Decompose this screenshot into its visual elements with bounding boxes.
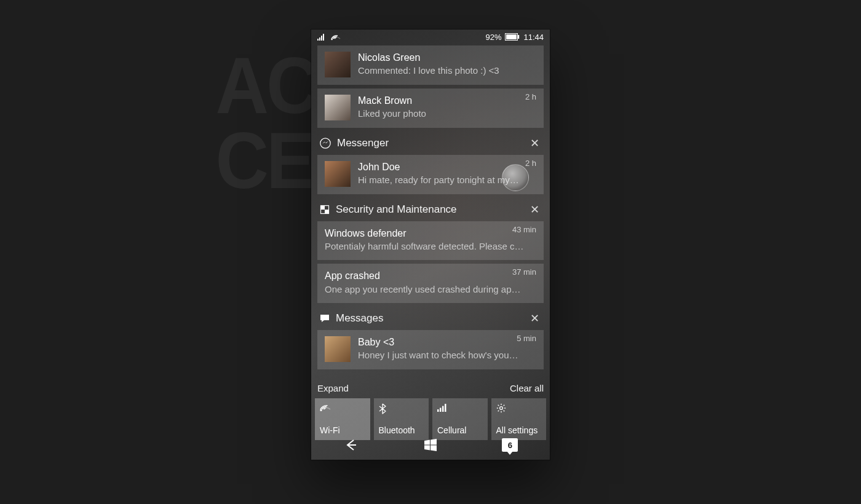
svg-point-4 — [331, 39, 333, 41]
dismiss-group-button[interactable]: ✕ — [528, 138, 541, 149]
clear-all-button[interactable]: Clear all — [510, 383, 544, 393]
svg-rect-3 — [323, 34, 324, 41]
notification-card[interactable]: Nicolas Green Commented: I love this pho… — [317, 45, 544, 85]
back-button[interactable] — [339, 433, 363, 457]
notif-time: 2 h — [525, 92, 536, 101]
dismiss-group-button[interactable]: ✕ — [528, 313, 541, 324]
notification-card[interactable]: App crashed One app you recently used cr… — [317, 264, 544, 302]
footer-links: Expand Clear all — [311, 376, 550, 398]
clock: 11:44 — [523, 33, 544, 42]
notif-title: Windows defender — [325, 227, 536, 239]
svg-rect-16 — [445, 404, 446, 412]
avatar — [325, 52, 351, 77]
notif-detail: Hi mate, ready for party tonight at my… — [358, 174, 536, 186]
notif-detail: Honey I just want to check how's you… — [358, 349, 536, 361]
avatar — [325, 95, 351, 120]
notif-title: Nicolas Green — [358, 52, 536, 63]
avatar — [325, 336, 351, 362]
notif-time: 43 min — [512, 225, 536, 234]
svg-rect-10 — [321, 206, 325, 210]
svg-marker-18 — [424, 440, 430, 445]
messenger-icon — [320, 138, 331, 149]
search-button[interactable]: 6 — [498, 433, 522, 457]
phone-frame: 92% 11:44 Nicolas Green Commented: I lov… — [311, 30, 550, 460]
group-title: Security and Maintenance — [336, 203, 457, 216]
notification-card[interactable]: Baby <3 Honey I just want to check how's… — [317, 330, 544, 369]
signal-icon — [317, 33, 326, 41]
svg-rect-11 — [325, 210, 329, 214]
notif-title: App crashed — [325, 270, 536, 282]
group-header-messenger[interactable]: Messenger ✕ — [317, 132, 544, 155]
shield-icon — [320, 205, 330, 215]
notif-detail: One app you recently used crashed during… — [325, 283, 536, 296]
bluetooth-icon — [379, 403, 386, 414]
wifi-icon — [320, 403, 331, 412]
battery-percent: 92% — [485, 33, 501, 42]
notif-time: 2 h — [525, 159, 536, 168]
search-badge-count: 6 — [502, 438, 518, 452]
notif-title: John Doe — [358, 161, 536, 173]
svg-point-12 — [320, 409, 322, 411]
notification-list: Nicolas Green Commented: I love this pho… — [311, 45, 550, 376]
avatar — [325, 161, 351, 187]
svg-marker-21 — [430, 446, 437, 451]
notification-card[interactable]: John Doe Hi mate, ready for party tonigh… — [317, 155, 544, 194]
notif-time: 5 min — [517, 334, 536, 343]
svg-marker-20 — [424, 446, 430, 451]
expand-button[interactable]: Expand — [317, 383, 349, 393]
notif-title: Baby <3 — [358, 336, 536, 348]
group-title: Messages — [336, 312, 383, 325]
svg-point-17 — [499, 406, 502, 409]
notif-detail: Potentialy harmful software detected. Pl… — [325, 240, 536, 253]
svg-rect-13 — [437, 409, 439, 412]
svg-rect-0 — [317, 39, 319, 41]
svg-rect-2 — [321, 36, 322, 41]
svg-rect-14 — [440, 408, 442, 412]
notif-title: Mack Brown — [358, 95, 536, 106]
svg-rect-15 — [442, 406, 444, 412]
start-button[interactable] — [418, 433, 443, 457]
notif-time: 37 min — [512, 267, 536, 277]
cellular-icon — [437, 403, 447, 412]
svg-rect-1 — [319, 37, 320, 41]
notification-card[interactable]: Windows defender Potentialy harmful soft… — [317, 221, 544, 260]
status-bar: 92% 11:44 — [311, 30, 550, 44]
battery-icon — [505, 33, 520, 41]
notification-card[interactable]: Mack Brown Liked your photo 2 h — [317, 89, 544, 128]
settings-icon — [496, 403, 506, 413]
group-header-messages[interactable]: Messages ✕ — [317, 307, 544, 330]
nav-bar: 6 — [311, 430, 550, 460]
svg-rect-6 — [506, 34, 517, 39]
svg-marker-19 — [430, 439, 437, 444]
chat-icon — [320, 313, 330, 323]
wifi-status-icon — [331, 33, 341, 41]
search-badge-icon: 6 — [502, 438, 518, 452]
svg-point-8 — [320, 138, 330, 148]
dismiss-group-button[interactable]: ✕ — [528, 204, 541, 215]
group-header-security[interactable]: Security and Maintenance ✕ — [317, 198, 544, 221]
notif-detail: Liked your photo — [358, 108, 536, 120]
group-title: Messenger — [337, 137, 389, 149]
svg-rect-7 — [518, 35, 519, 39]
notif-detail: Commented: I love this photo :) <3 — [358, 65, 536, 77]
